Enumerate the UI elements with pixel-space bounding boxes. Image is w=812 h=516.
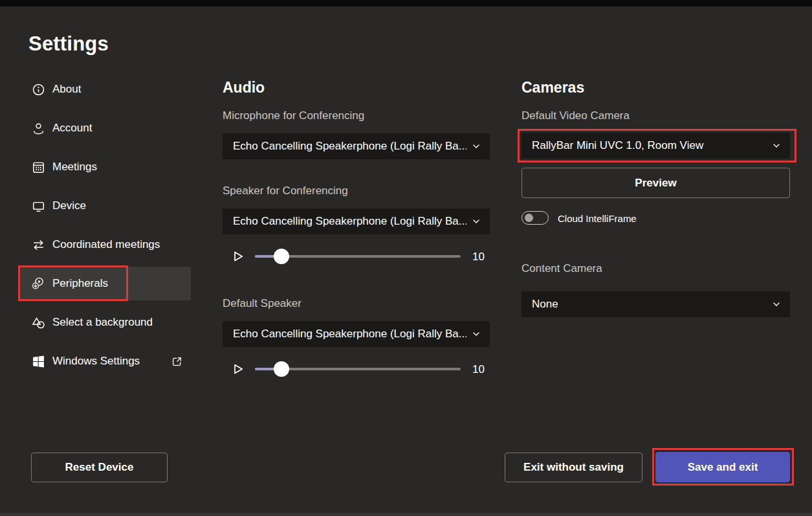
content-camera-label: Content Camera	[521, 262, 602, 275]
content-camera-value: None	[532, 298, 767, 311]
toggle-knob	[525, 214, 533, 222]
sidebar-item-meetings[interactable]: Meetings	[19, 150, 191, 184]
preview-button[interactable]: Preview	[521, 168, 790, 198]
speaker-value: Echo Cancelling Speakerphone (Logi Rally…	[233, 215, 466, 228]
speaker-label: Speaker for Conferencing	[223, 185, 348, 197]
default-video-camera-label: Default Video Camera	[521, 109, 630, 122]
bottom-strip	[0, 513, 812, 516]
default-speaker-value: Echo Cancelling Speakerphone (Logi Rally…	[233, 328, 466, 341]
default-video-camera-dropdown[interactable]: RallyBar Mini UVC 1.0, Room View	[521, 133, 790, 159]
play-icon[interactable]	[231, 362, 245, 376]
sidebar-item-device[interactable]: Device	[19, 189, 191, 223]
chevron-down-icon	[772, 141, 781, 150]
content-camera-dropdown[interactable]: None	[521, 291, 790, 317]
top-strip	[0, 0, 812, 6]
slider-thumb[interactable]	[274, 249, 289, 264]
sidebar-item-label: Windows Settings	[52, 355, 140, 368]
default-speaker-volume-row: 10	[223, 355, 490, 383]
sidebar-item-account[interactable]: Account	[19, 111, 191, 145]
calendar-icon	[31, 160, 45, 174]
default-speaker-volume-slider[interactable]	[255, 368, 461, 370]
windows-icon	[31, 354, 45, 368]
shapes-icon	[31, 315, 45, 330]
default-speaker-dropdown[interactable]: Echo Cancelling Speakerphone (Logi Rally…	[223, 321, 490, 347]
sidebar-item-peripherals[interactable]: Peripherals	[19, 267, 191, 300]
microphone-label: Microphone for Conferencing	[223, 109, 364, 122]
slider-thumb[interactable]	[274, 361, 289, 377]
sidebar-item-select-background[interactable]: Select a background	[19, 306, 191, 339]
speaker-dropdown[interactable]: Echo Cancelling Speakerphone (Logi Rally…	[223, 208, 490, 234]
settings-screen: Settings About Account Meetings Device	[0, 0, 812, 516]
swap-arrows-icon	[31, 238, 45, 252]
play-icon[interactable]	[231, 249, 245, 264]
cloud-intelliframe-label: Cloud IntelliFrame	[558, 213, 637, 224]
sidebar-item-label: Select a background	[52, 316, 153, 329]
chevron-down-icon	[472, 217, 481, 226]
speaker-volume-row: 10	[223, 242, 490, 271]
microphone-dropdown[interactable]: Echo Cancelling Speakerphone (Logi Rally…	[223, 133, 490, 159]
sidebar-item-label: Peripherals	[52, 277, 108, 290]
sidebar-item-label: Device	[52, 199, 86, 212]
save-and-exit-button[interactable]: Save and exit	[655, 452, 790, 482]
default-video-camera-value: RallyBar Mini UVC 1.0, Room View	[532, 139, 767, 152]
peripherals-icon	[31, 276, 45, 291]
chevron-down-icon	[772, 300, 781, 309]
cloud-intelliframe-toggle[interactable]	[521, 211, 549, 225]
speaker-volume-slider[interactable]	[255, 255, 461, 258]
reset-device-button[interactable]: Reset Device	[31, 453, 168, 482]
speaker-volume-value: 10	[472, 251, 485, 264]
sidebar-item-label: About	[52, 83, 81, 96]
external-link-icon	[171, 355, 183, 368]
sidebar-item-coordinated-meetings[interactable]: Coordinated meetings	[19, 228, 191, 262]
info-icon	[31, 82, 45, 96]
default-speaker-volume-value: 10	[472, 363, 485, 376]
sidebar-item-about[interactable]: About	[19, 73, 191, 106]
sidebar-item-windows-settings[interactable]: Windows Settings	[19, 344, 191, 378]
monitor-icon	[31, 199, 45, 213]
chevron-down-icon	[472, 142, 481, 151]
sidebar-item-label: Meetings	[52, 161, 97, 174]
page-title: Settings	[28, 32, 109, 56]
chevron-down-icon	[472, 330, 481, 339]
sidebar-item-label: Coordinated meetings	[52, 238, 160, 251]
audio-heading: Audio	[223, 79, 265, 96]
default-speaker-label: Default Speaker	[223, 297, 302, 310]
exit-without-saving-button[interactable]: Exit without saving	[505, 453, 642, 482]
cameras-heading: Cameras	[521, 79, 584, 96]
microphone-value: Echo Cancelling Speakerphone (Logi Rally…	[233, 140, 466, 153]
sidebar-item-label: Account	[52, 122, 92, 135]
person-icon	[31, 121, 45, 135]
